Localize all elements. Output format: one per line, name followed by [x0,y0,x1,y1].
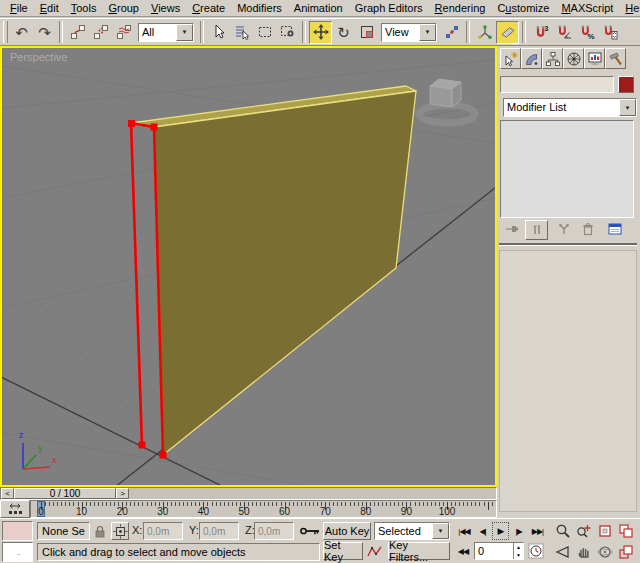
menu-item-create[interactable]: Create [186,1,231,15]
ruler-frame-label-20: 20 [117,506,128,517]
select-object-button[interactable] [207,21,230,44]
maxscript-mini-listener[interactable]: .. [2,542,33,562]
maxscript-macro-recorder[interactable] [2,521,33,541]
go-to-end-button[interactable]: ▶▶| [528,522,547,540]
configure-modifier-sets-button[interactable] [604,220,625,238]
tab-motion[interactable] [563,48,584,69]
menu-item-tools[interactable]: Tools [65,1,103,15]
next-frame-arrow[interactable]: > [116,488,129,499]
select-and-rotate-button[interactable]: ↻ [332,21,355,44]
time-slider[interactable]: < 0 / 100 > [0,487,497,500]
object-name-field[interactable] [500,76,614,93]
previous-frame-button[interactable]: ◀| [474,522,491,540]
play-button[interactable]: ▶ [492,522,509,540]
undo-button[interactable]: ↶ [10,21,33,44]
menu-item-help[interactable]: Help [619,1,640,15]
spinner-up-icon[interactable]: ▲ [514,543,523,551]
zoom-button[interactable] [553,521,573,540]
menu-item-group[interactable]: Group [102,1,145,15]
open-mini-curve-editor-button[interactable] [0,500,30,518]
pan-view-button[interactable] [574,542,594,561]
selection-lock-toggle[interactable] [92,522,107,540]
wall-front-face[interactable] [154,91,416,455]
menu-bar: FileEditToolsGroupViewsCreateModifiersAn… [0,0,640,17]
key-filters-button[interactable]: Key Filters... [388,542,450,560]
tab-display[interactable] [584,48,605,69]
zoom-all-button[interactable] [574,521,594,540]
ruler-frame-label-90: 90 [401,506,412,517]
menu-item-maxscript[interactable]: MAXScript [555,1,619,15]
y-coordinate-field[interactable]: 0,0m [199,522,239,540]
chevron-down-icon[interactable]: ▼ [619,99,636,116]
zoom-extents-button[interactable] [595,521,615,540]
bind-to-space-warp-button[interactable] [112,21,135,44]
menu-item-rendering[interactable]: Rendering [429,1,492,15]
spinner-snap-toggle-button[interactable] [598,21,621,44]
keyboard-shortcut-override-button[interactable] [496,21,519,44]
select-and-move-button[interactable] [309,21,332,44]
window-crossing-toggle-button[interactable] [276,21,299,44]
use-pivot-point-center-button[interactable] [440,21,463,44]
make-unique-button[interactable] [553,220,574,238]
auto-key-button[interactable]: Auto Key [323,522,371,540]
field-of-view-button[interactable] [553,542,573,561]
modifier-list-dropdown[interactable]: Modifier List ▼ [503,98,637,117]
zoom-extents-all-button[interactable] [616,521,636,540]
snaps-toggle-button[interactable]: 3 [529,21,552,44]
wall-object[interactable] [131,86,416,455]
next-frame-button[interactable]: |▶ [510,522,527,540]
time-type-dropdown[interactable]: Selected ▼ [374,522,450,540]
reference-coordinate-dropdown[interactable]: View ▼ [381,23,437,42]
show-end-result-button[interactable] [525,220,548,240]
select-and-manipulate-button[interactable] [473,21,496,44]
menu-item-file[interactable]: File [4,1,34,15]
select-by-name-button[interactable] [230,21,253,44]
menu-item-animation[interactable]: Animation [288,1,349,15]
toolbar-handle[interactable] [3,21,8,43]
perspective-viewport[interactable]: z y x Perspective [0,46,497,487]
selection-filter-dropdown[interactable]: All ▼ [138,23,194,42]
tab-modify[interactable] [521,48,542,69]
frame-spinner[interactable]: ▲ ▼ [513,543,523,559]
previous-frame-arrow[interactable]: < [1,488,14,499]
x-coordinate-field[interactable]: 0,0m [143,522,183,540]
key-mode-toggle-button[interactable]: ◀◀ [455,542,471,560]
select-and-scale-button[interactable] [355,21,378,44]
viewport-label[interactable]: Perspective [10,51,67,63]
unlink-selection-button[interactable] [89,21,112,44]
set-keys-key-button[interactable] [298,520,322,542]
frame-ruler[interactable]: 0102030405060708090100 [30,500,497,518]
time-configuration-button[interactable] [527,542,545,560]
zoom-extents-icon [597,523,613,539]
z-coordinate-field[interactable]: 0,0m [254,522,294,540]
chevron-down-icon[interactable]: ▼ [432,523,449,539]
time-slider-handle[interactable]: 0 / 100 [14,488,116,499]
default-in-out-tangents-button[interactable] [366,542,384,560]
set-key-button[interactable]: Set Key [323,542,363,560]
percent-snap-toggle-button[interactable]: % [575,21,598,44]
maximize-viewport-toggle-button[interactable] [616,542,636,561]
spinner-down-icon[interactable]: ▼ [514,551,523,559]
modifier-stack-list[interactable] [500,120,634,218]
object-color-swatch[interactable] [618,76,634,93]
current-frame-field[interactable]: 0 [475,545,513,557]
menu-item-edit[interactable]: Edit [34,1,65,15]
tab-create[interactable] [500,48,521,69]
absolute-offset-mode-button[interactable] [111,522,129,540]
redo-button[interactable]: ↷ [33,21,56,44]
menu-item-graph-editors[interactable]: Graph Editors [349,1,429,15]
tab-hierarchy[interactable] [542,48,563,69]
tab-utilities[interactable] [605,48,626,69]
go-to-start-button[interactable]: |◀◀ [455,522,473,540]
select-and-link-button[interactable] [66,21,89,44]
remove-modifier-button[interactable] [577,220,598,238]
rectangular-selection-region-button[interactable] [253,21,276,44]
angle-snap-toggle-button[interactable] [552,21,575,44]
chevron-down-icon[interactable]: ▼ [176,24,193,41]
menu-item-customize[interactable]: Customize [491,1,555,15]
pin-stack-button[interactable] [501,220,522,238]
menu-item-views[interactable]: Views [145,1,186,15]
arc-rotate-button[interactable] [595,542,615,561]
menu-item-modifiers[interactable]: Modifiers [231,1,288,15]
chevron-down-icon[interactable]: ▼ [419,24,436,41]
